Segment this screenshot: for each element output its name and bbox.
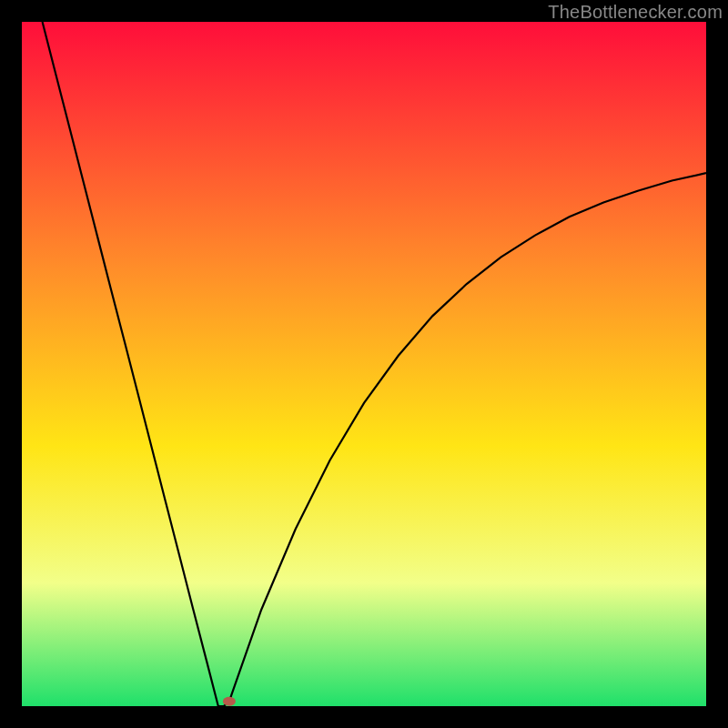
optimum-marker [223,697,236,706]
plot-svg [22,22,706,706]
plot-area [22,22,706,706]
gradient-background [22,22,706,706]
attribution-text: TheBottlenecker.com [548,2,723,23]
chart-frame: TheBottlenecker.com [0,0,728,728]
